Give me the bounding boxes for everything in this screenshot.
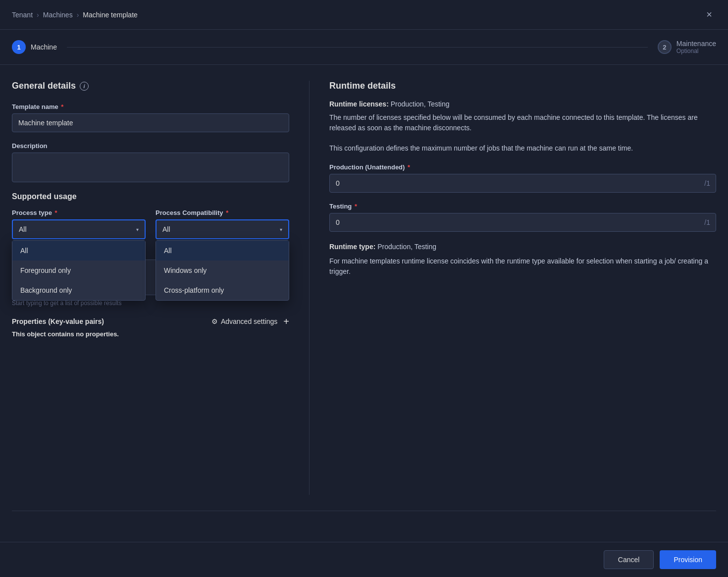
header: Tenant › Machines › Machine template × <box>0 0 728 30</box>
labels-hint: Start typing to get a list of possible r… <box>12 300 289 307</box>
step-label-maintenance: Maintenance Optional <box>676 40 716 54</box>
process-type-option-all[interactable]: All <box>12 241 145 261</box>
breadcrumb-sep-2: › <box>77 11 79 19</box>
runtime-licenses-label: Runtime licenses: <box>329 100 389 108</box>
step-circle-1: 1 <box>12 40 26 54</box>
testing-label-text: Testing <box>329 203 352 210</box>
breadcrumb-current: Machine template <box>83 11 138 19</box>
process-compatibility-selected: All <box>162 225 170 233</box>
process-type-label-text: Process type <box>12 209 52 216</box>
runtime-type-block: Runtime type: Production, Testing For ma… <box>329 242 716 277</box>
runtime-config-block: This configuration defines the maximum n… <box>329 143 716 154</box>
production-label-text: Production (Unattended) <box>329 163 405 171</box>
description-field: Description <box>12 142 289 182</box>
left-panel: General details i Template name * Descri… <box>12 81 309 495</box>
process-type-label: Process type * <box>12 209 146 216</box>
step-label-text-1: Machine <box>31 43 57 51</box>
process-type-menu: All Foreground only Background only <box>12 240 146 301</box>
process-compatibility-select[interactable]: All ▾ <box>156 219 289 239</box>
process-type-select[interactable]: All ▾ <box>12 219 146 239</box>
production-field: Production (Unattended) * /1 <box>329 163 716 193</box>
step-machine[interactable]: 1 Machine <box>12 40 57 54</box>
close-button[interactable]: × <box>702 7 716 22</box>
advanced-settings-button[interactable]: ⚙ Advanced settings <box>211 317 277 325</box>
process-type-chevron-icon: ▾ <box>136 227 139 232</box>
step-circle-2: 2 <box>658 40 672 54</box>
process-compatibility-menu: All Windows only Cross-platform only <box>156 240 289 301</box>
properties-actions: ⚙ Advanced settings + <box>211 316 289 326</box>
runtime-licenses-block: Runtime licenses: Production, Testing Th… <box>329 99 716 133</box>
add-property-button[interactable]: + <box>283 316 289 326</box>
advanced-settings-label: Advanced settings <box>221 317 277 325</box>
breadcrumb-sep-1: › <box>37 11 39 19</box>
breadcrumb-machines[interactable]: Machines <box>43 11 73 19</box>
runtime-licenses-line: Runtime licenses: Production, Testing <box>329 99 716 109</box>
provision-button[interactable]: Provision <box>660 550 716 569</box>
runtime-config-description: This configuration defines the maximum n… <box>329 143 716 154</box>
production-required: * <box>406 163 410 171</box>
testing-field: Testing * /1 <box>329 203 716 232</box>
runtime-type-description: For machine templates runtime license co… <box>329 256 716 277</box>
runtime-type-label: Runtime type: <box>329 243 375 251</box>
runtime-licenses-description: The number of licenses specified below w… <box>329 112 716 133</box>
runtime-licenses-value-text: Production, Testing <box>391 100 450 108</box>
process-type-required: * <box>53 209 57 216</box>
process-type-dropdown-group: Process type * All ▾ All Foreground only… <box>12 209 146 239</box>
process-compatibility-required: * <box>224 209 229 216</box>
description-label: Description <box>12 142 289 150</box>
steps-bar: 1 Machine 2 Maintenance Optional <box>0 30 728 65</box>
cancel-button[interactable]: Cancel <box>604 550 654 569</box>
step-line <box>67 47 648 48</box>
description-input[interactable] <box>12 153 289 182</box>
template-name-label-text: Template name <box>12 103 58 110</box>
process-compatibility-chevron-icon: ▾ <box>280 227 282 232</box>
testing-label: Testing * <box>329 203 716 210</box>
footer: Cancel Provision <box>0 542 728 577</box>
step-maintenance[interactable]: 2 Maintenance Optional <box>658 40 716 54</box>
process-compatibility-option-all[interactable]: All <box>156 241 289 261</box>
info-icon[interactable]: i <box>80 82 89 91</box>
dropdowns-row: Process type * All ▾ All Foreground only… <box>12 209 289 239</box>
production-input-container: /1 <box>329 174 716 193</box>
production-input[interactable] <box>329 174 716 193</box>
template-name-required: * <box>59 103 64 110</box>
process-compatibility-option-windows[interactable]: Windows only <box>156 261 289 280</box>
testing-input-container: /1 <box>329 213 716 232</box>
process-type-selected: All <box>19 225 27 233</box>
testing-required: * <box>353 203 357 210</box>
supported-usage-title: Supported usage <box>12 192 289 201</box>
breadcrumb-tenant[interactable]: Tenant <box>12 11 33 19</box>
properties-row: Properties (Key-value pairs) ⚙ Advanced … <box>12 316 289 326</box>
right-panel: Runtime details Runtime licenses: Produc… <box>309 81 716 495</box>
process-compatibility-dropdown-group: Process Compatibility * All ▾ All Window… <box>156 209 289 239</box>
step-label-machine: Machine <box>31 43 57 51</box>
process-type-option-background[interactable]: Background only <box>12 280 145 300</box>
properties-title: Properties (Key-value pairs) <box>12 317 104 325</box>
runtime-details-title: Runtime details <box>329 81 716 91</box>
testing-input[interactable] <box>329 213 716 232</box>
production-label: Production (Unattended) * <box>329 163 716 171</box>
runtime-type-value-text: Production, Testing <box>377 243 436 251</box>
main-content: General details i Template name * Descri… <box>0 65 728 511</box>
process-type-option-foreground[interactable]: Foreground only <box>12 261 145 280</box>
template-name-input[interactable] <box>12 113 289 132</box>
step-label-text-2: Maintenance <box>676 40 716 48</box>
gear-icon: ⚙ <box>211 317 218 325</box>
process-compatibility-option-cross[interactable]: Cross-platform only <box>156 280 289 300</box>
footer-divider <box>12 511 716 511</box>
process-compatibility-label-text: Process Compatibility <box>156 209 223 216</box>
properties-empty-message: This object contains no properties. <box>12 330 289 338</box>
template-name-label: Template name * <box>12 103 289 110</box>
general-details-title: General details i <box>12 81 289 91</box>
step-sublabel-2: Optional <box>676 48 716 54</box>
description-label-text: Description <box>12 142 48 150</box>
runtime-type-line: Runtime type: Production, Testing <box>329 242 716 252</box>
template-name-field: Template name * <box>12 103 289 132</box>
general-details-label: General details <box>12 81 76 91</box>
breadcrumb: Tenant › Machines › Machine template <box>12 11 138 19</box>
process-compatibility-label: Process Compatibility * <box>156 209 289 216</box>
